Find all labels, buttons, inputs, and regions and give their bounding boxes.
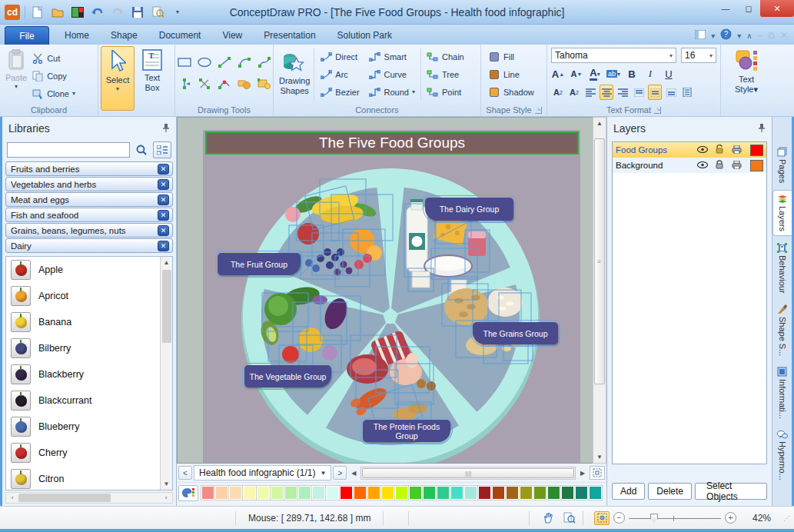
library-tab[interactable]: Meat and eggs ✕ <box>5 192 173 207</box>
rectangle-tool-button[interactable] <box>176 54 193 71</box>
tab-information[interactable]: Informati... <box>772 363 792 423</box>
superscript-button[interactable]: A2 <box>551 85 565 100</box>
align-top-button[interactable] <box>632 85 646 100</box>
font-size-combo[interactable]: 16▾ <box>681 48 716 63</box>
ellipse-tool-button[interactable] <box>196 54 213 71</box>
palette-swatch[interactable] <box>492 486 505 500</box>
drawing-canvas[interactable]: The Five Food Groups The Dairy Group The… <box>177 117 593 464</box>
ribbon-tab[interactable]: Document <box>148 27 212 45</box>
connector-button[interactable]: Curve <box>367 65 417 83</box>
palette-swatch[interactable] <box>354 486 367 500</box>
scroll-right-icon[interactable]: ▶ <box>577 467 588 479</box>
palette-swatch[interactable] <box>381 486 394 500</box>
page-selector[interactable]: Health food infographic (1/1) ▼ <box>194 465 331 480</box>
library-item[interactable]: Cherry <box>6 440 160 466</box>
zoom-slider-thumb[interactable] <box>650 514 658 523</box>
library-item[interactable]: Blueberry <box>6 414 160 440</box>
connector-button[interactable]: Point <box>425 83 466 101</box>
library-tree-view-button[interactable] <box>153 141 171 158</box>
library-tab[interactable]: Fruits and berries ✕ <box>5 161 173 176</box>
select-tool-button[interactable]: Select▾ <box>101 46 135 111</box>
fit-to-window-button[interactable] <box>594 511 610 525</box>
palette-swatch[interactable] <box>298 486 311 500</box>
palette-swatch[interactable] <box>326 486 339 500</box>
solution-panel-button[interactable] <box>70 5 85 20</box>
zoom-out-button[interactable]: − <box>613 512 625 524</box>
library-item[interactable]: Apple <box>6 257 160 283</box>
palette-swatch[interactable] <box>395 486 408 500</box>
zoom-tool-button[interactable] <box>560 510 578 526</box>
underline-button[interactable]: U <box>662 66 676 81</box>
palette-swatch[interactable] <box>423 486 436 500</box>
tab-layers[interactable]: Layers <box>772 190 792 236</box>
redo-button[interactable] <box>110 5 125 20</box>
scroll-left-icon[interactable]: ◀ <box>348 467 359 479</box>
library-item[interactable]: Bilberry <box>6 335 160 361</box>
collapse-ribbon-icon[interactable]: ∧ <box>746 32 752 40</box>
cut-button[interactable]: Cut <box>30 49 77 67</box>
fruit-group-label[interactable]: The Fruit Group <box>218 253 301 275</box>
pin-icon[interactable] <box>162 122 170 135</box>
tab-hypernote[interactable]: Hyperno... <box>772 426 792 484</box>
ribbon-tab[interactable]: Home <box>54 27 100 45</box>
library-item[interactable]: Blackberry <box>6 361 160 387</box>
library-tab[interactable]: Fish and seafood ✕ <box>5 208 173 222</box>
connector-button[interactable]: Chain <box>425 48 466 65</box>
search-button[interactable] <box>132 141 151 158</box>
paste-button[interactable]: Paste▾ <box>2 46 30 91</box>
scroll-up-icon[interactable]: ▲ <box>593 118 606 129</box>
clone-button[interactable]: Clone▾ <box>30 85 77 102</box>
italic-button[interactable]: I <box>643 66 657 81</box>
library-search-input[interactable] <box>7 142 130 158</box>
arc-tool-button[interactable] <box>236 54 253 71</box>
scroll-down-icon[interactable]: ▼ <box>161 478 172 490</box>
text-format-dialog-launcher[interactable]: ↘ <box>654 107 661 114</box>
palette-swatch[interactable] <box>215 486 228 500</box>
copy-button[interactable]: Copy <box>30 67 77 85</box>
close-library-icon[interactable]: ✕ <box>158 210 169 221</box>
layer-unlocked-icon[interactable] <box>712 145 727 155</box>
align-middle-button[interactable] <box>648 85 662 100</box>
print-preview-button[interactable] <box>150 5 165 20</box>
palette-swatch[interactable] <box>437 486 450 500</box>
close-library-icon[interactable]: ✕ <box>158 164 169 175</box>
app-logo-icon[interactable]: cd <box>5 5 20 20</box>
grains-group-label[interactable]: The Grains Group <box>473 322 558 344</box>
library-tab[interactable]: Dairy ✕ <box>5 238 173 253</box>
highlight-color-button[interactable]: ab▾ <box>606 66 620 81</box>
library-item[interactable]: Apricot <box>6 283 160 309</box>
protein-group-label[interactable]: The Protein Foods Group <box>363 420 450 442</box>
palette-swatch[interactable] <box>506 486 519 500</box>
next-page-button[interactable]: > <box>333 466 347 480</box>
palette-swatch[interactable] <box>312 486 325 500</box>
shape-style-dialog-launcher[interactable]: ↘ <box>535 107 542 114</box>
bold-button[interactable]: B <box>625 66 639 81</box>
tab-pages[interactable]: Pages <box>772 143 792 187</box>
close-library-icon[interactable]: ✕ <box>158 225 169 236</box>
fit-page-button[interactable] <box>590 466 605 480</box>
edit-curve-tool-button[interactable] <box>216 75 233 92</box>
canvas-hscrollbar[interactable]: |||| <box>360 467 576 480</box>
palette-swatch[interactable] <box>340 486 353 500</box>
align-center-button[interactable] <box>600 85 613 100</box>
help-dropdown[interactable]: ▾ <box>737 32 741 40</box>
text-box-button[interactable]: T TextBox <box>139 46 165 94</box>
close-library-icon[interactable]: ✕ <box>158 195 169 205</box>
layer-print-icon[interactable] <box>729 161 744 171</box>
help-icon[interactable]: ? <box>720 28 732 42</box>
convert-shape-tool-button[interactable] <box>256 75 273 92</box>
connector-button[interactable]: Smart <box>367 48 417 65</box>
shape-style-button[interactable]: Shadow <box>487 83 536 101</box>
add-layer-button[interactable]: Add <box>612 483 645 500</box>
connector-button[interactable]: Round▾ <box>367 83 417 101</box>
zoom-slider[interactable] <box>629 513 721 524</box>
palette-swatch[interactable] <box>243 486 256 500</box>
open-document-button[interactable] <box>50 5 65 20</box>
palette-swatch[interactable] <box>367 486 380 500</box>
palette-swatch[interactable] <box>478 486 491 500</box>
connector-button[interactable]: Arc <box>318 65 360 83</box>
ribbon-tab[interactable]: View <box>211 27 253 45</box>
grow-font-button[interactable]: A▲ <box>551 66 565 81</box>
library-hscrollbar[interactable]: ‹ › <box>5 492 173 504</box>
panel-layout-dropdown[interactable]: ▾ <box>711 32 715 40</box>
